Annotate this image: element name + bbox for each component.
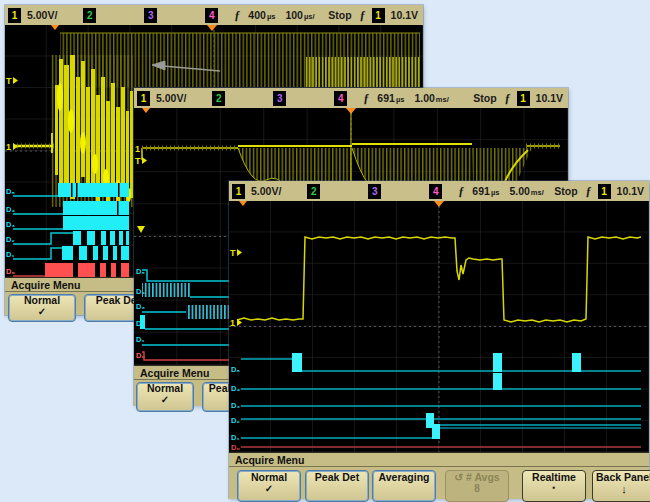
trigger-time-icon: ƒ	[234, 8, 240, 23]
svg-text:D₂: D₂	[6, 235, 15, 244]
check-icon: ✓	[137, 395, 193, 406]
oscilloscope-window-3: 1 5.00V/ 2 3 4 ƒ 691µs 5.00ms/ Stop ƒ 1 …	[229, 181, 649, 498]
status-bar: 1 5.00V/ 2 3 4 ƒ 691µs 5.00ms/ Stop ƒ 1 …	[229, 181, 649, 201]
delay-readout: 400µs	[248, 9, 275, 21]
ch1-scale: 5.00V/	[251, 185, 281, 197]
rotate-knob-icon: ↺	[454, 471, 463, 483]
ch1-badge: 1	[232, 184, 245, 199]
softkey-normal[interactable]: Normal ✓	[8, 294, 76, 322]
run-state: Stop	[554, 185, 577, 197]
run-state: Stop	[328, 9, 351, 21]
softkey-num-avgs: ↺ # Avgs 8	[445, 470, 509, 502]
ch1-scale: 5.00V/	[27, 9, 57, 21]
softkey-normal[interactable]: Normal ✓	[136, 382, 194, 412]
trigger-time-icon: ƒ	[458, 184, 464, 199]
ch1-badge: 1	[8, 8, 21, 23]
trigger-level: 10.1V	[391, 9, 418, 21]
svg-text:D₀: D₀	[6, 267, 15, 276]
down-arrow-icon: ↓	[593, 484, 650, 495]
svg-text:D₃: D₃	[231, 401, 240, 410]
ch2-badge: 2	[307, 184, 320, 199]
timebase-readout: 5.00ms/	[509, 185, 543, 197]
trigger-source-badge: 1	[372, 8, 385, 23]
ch3-badge: 3	[144, 8, 157, 23]
softkey-realtime[interactable]: Realtime ▪	[522, 470, 586, 502]
softkey-normal[interactable]: Normal ✓	[237, 470, 301, 502]
state-square-icon: ▪	[523, 484, 585, 495]
svg-text:D₄: D₄	[6, 205, 15, 214]
svg-text:1: 1	[6, 142, 11, 152]
svg-text:D₅: D₅	[6, 187, 15, 196]
trigger-source-badge: 1	[517, 91, 530, 106]
softkey-peak-det[interactable]: Peak Det	[305, 470, 369, 502]
svg-text:D₃: D₃	[136, 302, 145, 311]
trigger-slope-icon: ƒ	[586, 184, 592, 199]
ch4-badge: 4	[334, 91, 347, 106]
svg-text:1: 1	[230, 318, 235, 328]
svg-text:D₅: D₅	[136, 267, 145, 276]
check-icon: ✓	[238, 484, 300, 495]
svg-text:T: T	[6, 76, 12, 86]
ch2-badge: 2	[83, 8, 96, 23]
svg-text:1: 1	[135, 144, 140, 154]
softkey-menu: Acquire Menu Normal ✓ Peak Det Averaging…	[229, 452, 649, 499]
svg-text:T: T	[135, 156, 141, 166]
svg-text:D₃: D₃	[6, 220, 15, 229]
timebase-readout: 100µs/	[285, 9, 314, 21]
trigger-time-icon: ƒ	[363, 91, 369, 106]
ch2-badge: 2	[212, 91, 225, 106]
svg-text:D₄: D₄	[231, 384, 240, 393]
svg-text:D₀: D₀	[231, 443, 240, 452]
waveform-display: T 1 D₅ D₄ D₃	[229, 201, 649, 452]
svg-text:D₁: D₁	[6, 250, 15, 259]
ch1-badge: 1	[137, 91, 150, 106]
softkey-averaging[interactable]: Averaging	[372, 470, 436, 502]
ch3-badge: 3	[368, 184, 381, 199]
menu-title: Acquire Menu	[229, 453, 649, 467]
desktop-background: 1 5.00V/ 2 3 4 ƒ 400µs 100µs/ Stop ƒ 1 1…	[0, 0, 650, 502]
timebase-readout: 1.00ms/	[414, 92, 448, 104]
trigger-level: 10.1V	[536, 92, 563, 104]
svg-text:D₁: D₁	[231, 433, 240, 442]
status-bar: 1 5.00V/ 2 3 4 ƒ 400µs 100µs/ Stop ƒ 1 1…	[5, 5, 423, 25]
trigger-slope-icon: ƒ	[360, 8, 366, 23]
check-icon: ✓	[9, 307, 75, 318]
svg-text:D₁: D₁	[136, 335, 145, 344]
ch3-badge: 3	[273, 91, 286, 106]
svg-text:D₂: D₂	[231, 416, 240, 425]
svg-text:D₅: D₅	[231, 365, 240, 374]
run-state: Stop	[473, 92, 496, 104]
delay-readout: 691µs	[377, 92, 404, 104]
trigger-level: 10.1V	[617, 185, 644, 197]
ch4-badge: 4	[205, 8, 218, 23]
delay-readout: 691µs	[472, 185, 499, 197]
trigger-source-badge: 1	[598, 184, 611, 199]
ch1-scale: 5.00V/	[156, 92, 186, 104]
status-bar: 1 5.00V/ 2 3 4 ƒ 691µs 1.00ms/ Stop ƒ 1 …	[134, 88, 568, 108]
ch1-trace-marker: 1	[135, 144, 140, 154]
softkey-back-panel[interactable]: Back Panel ↓	[592, 470, 650, 502]
svg-text:T: T	[230, 248, 236, 258]
ch4-badge: 4	[429, 184, 442, 199]
trigger-slope-icon: ƒ	[505, 91, 511, 106]
